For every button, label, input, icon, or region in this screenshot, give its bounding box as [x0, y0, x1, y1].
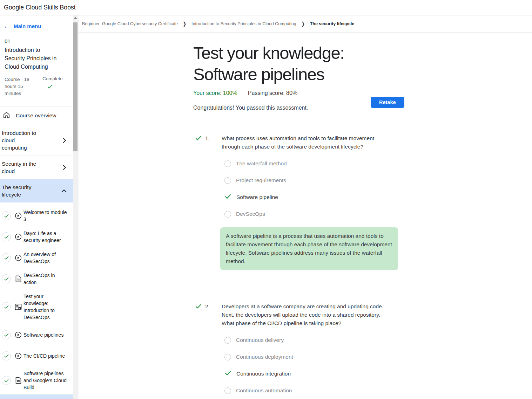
- answer-option[interactable]: Continuous integration: [193, 370, 404, 377]
- module-label: The security lifecycle: [2, 184, 41, 198]
- course-meta: Course · 18 hours 15 minutes: [5, 76, 37, 97]
- option-label: Continuous deployment: [236, 354, 293, 360]
- sidebar-lesson[interactable]: An overview of DevSecOps: [0, 247, 73, 268]
- doc-icon: [15, 377, 22, 384]
- radio-button[interactable]: [224, 177, 231, 184]
- course-overview-link[interactable]: Course overview: [0, 106, 73, 125]
- course-title: Introduction to Security Principles in C…: [5, 46, 59, 71]
- passing-score: Passing score: 80%: [248, 90, 297, 96]
- answer-option[interactable]: The waterfall method: [193, 160, 404, 167]
- quiz-icon: [15, 303, 22, 310]
- video-icon: [15, 331, 22, 338]
- module-list: Introduction to cloud computingSecurity …: [0, 125, 73, 202]
- lesson-complete-check-icon: [2, 232, 11, 241]
- sidebar: ← Main menu 01 Introduction to Security …: [0, 15, 73, 399]
- sidebar-lesson[interactable]: Test your knowledge: Software pipelines: [0, 394, 73, 399]
- main-area: Beginner: Google Cloud Cybersecurity Cer…: [79, 15, 532, 399]
- breadcrumb-item[interactable]: Introduction to Security Principles in C…: [191, 21, 296, 26]
- lesson-complete-check-icon: [2, 211, 11, 220]
- lesson-label: Dayo: Life as a security engineer: [23, 230, 67, 244]
- app-header: Google Cloud Skills Boost: [0, 0, 532, 15]
- question-block: 1.What process uses automation and tools…: [193, 134, 404, 270]
- module-label: Introduction to cloud computing: [2, 129, 41, 151]
- question-number: 1.: [205, 134, 222, 143]
- question-text: Developers at a software company are cre…: [222, 302, 389, 328]
- answer-explanation: A software pipeline is a process that us…: [220, 227, 398, 270]
- option-list: Continuous deliveryContinuous deployment…: [193, 337, 404, 394]
- radio-button[interactable]: [224, 211, 231, 218]
- scrollbar-thumb[interactable]: [73, 22, 78, 151]
- selected-check-icon: [224, 370, 231, 378]
- option-label: Continuous delivery: [236, 337, 284, 343]
- sidebar-lesson[interactable]: Software pipelines and Google’s Cloud Bu…: [0, 366, 73, 394]
- option-label: The waterfall method: [236, 160, 287, 167]
- chevron-right-icon: [62, 165, 67, 170]
- question-number: 2.: [205, 302, 222, 311]
- answer-option[interactable]: Continuous deployment: [193, 353, 404, 360]
- question-header: 2.Developers at a software company are c…: [193, 302, 404, 328]
- brand-title: Google Cloud Skills Boost: [4, 4, 76, 11]
- option-label: Continuous automation: [236, 387, 292, 394]
- option-label: Software pipeline: [236, 194, 278, 200]
- home-icon: [3, 112, 10, 119]
- video-icon: [15, 352, 22, 359]
- answer-option[interactable]: Project requirements: [193, 177, 404, 184]
- sidebar-scrollbar[interactable]: [73, 15, 78, 399]
- lesson-label: An overview of DevSecOps: [23, 251, 67, 265]
- breadcrumb-item[interactable]: Beginner: Google Cloud Cybersecurity Cer…: [82, 21, 178, 26]
- sidebar-module-introduction-to-cloud-computing[interactable]: Introduction to cloud computing: [0, 125, 73, 156]
- lesson-complete-check-icon: [2, 376, 11, 385]
- lesson-label: The CI/CD pipeline: [23, 352, 67, 359]
- question-list: 1.What process uses automation and tools…: [193, 134, 404, 399]
- answer-option[interactable]: Software pipeline: [193, 194, 404, 201]
- your-score: Your score: 100%: [193, 90, 237, 96]
- retake-button[interactable]: Retake: [371, 97, 404, 108]
- sidebar-module-the-security-lifecycle[interactable]: The security lifecycle: [0, 179, 73, 202]
- option-label: Continuous integration: [236, 371, 291, 377]
- question-correct-check-icon: [195, 303, 202, 311]
- scrollbar-up-arrow[interactable]: [74, 17, 77, 19]
- course-number: 01: [5, 38, 73, 44]
- radio-button[interactable]: [224, 160, 231, 167]
- sidebar-lesson[interactable]: DevSecOps in action: [0, 268, 73, 289]
- sidebar-lesson[interactable]: Dayo: Life as a security engineer: [0, 226, 73, 247]
- option-label: Project requirements: [236, 177, 286, 184]
- page-title: Test your knowledge: Software pipelines: [193, 42, 390, 85]
- course-status: Complete: [42, 76, 63, 97]
- option-label: DevSecOps: [236, 211, 265, 217]
- video-icon: [15, 254, 22, 261]
- answer-option[interactable]: Continuous delivery: [193, 337, 404, 344]
- radio-button[interactable]: [224, 337, 231, 344]
- quiz-content: Test your knowledge: Software pipelines …: [193, 42, 404, 399]
- lesson-list: Welcome to module 3Dayo: Life as a secur…: [0, 202, 73, 399]
- sidebar-lesson[interactable]: Test your knowledge: Introduction to Dev…: [0, 289, 73, 324]
- sidebar-lesson[interactable]: Software pipelines: [0, 324, 73, 345]
- back-arrow-icon: ←: [4, 23, 10, 29]
- question-header: 1.What process uses automation and tools…: [193, 134, 404, 151]
- chevron-up-icon: [61, 189, 67, 193]
- complete-check-icon: [47, 84, 63, 90]
- radio-button[interactable]: [224, 387, 231, 394]
- doc-icon: [15, 275, 22, 282]
- option-list: The waterfall methodProject requirements…: [193, 160, 404, 218]
- main-menu-back-link[interactable]: ← Main menu: [0, 15, 73, 29]
- radio-button[interactable]: [224, 354, 231, 360]
- answer-option[interactable]: Continuous automation: [193, 387, 404, 394]
- answer-option[interactable]: DevSecOps: [193, 211, 404, 218]
- lesson-complete-check-icon: [2, 302, 11, 311]
- breadcrumb-item: The security lifecycle: [310, 21, 354, 26]
- lesson-complete-check-icon: [2, 274, 11, 283]
- score-row: Your score: 100% Passing score: 80%: [193, 90, 404, 96]
- chevron-right-icon: ❯: [183, 21, 186, 27]
- question-text: What process uses automation and tools t…: [222, 134, 389, 151]
- breadcrumb: Beginner: Google Cloud Cybersecurity Cer…: [79, 15, 532, 33]
- lesson-complete-check-icon: [2, 253, 11, 262]
- question-correct-check-icon: [195, 135, 202, 143]
- sidebar-module-security-in-the-cloud[interactable]: Security in the cloud: [0, 156, 73, 179]
- video-icon: [15, 233, 22, 240]
- sidebar-lesson[interactable]: Welcome to module 3: [0, 205, 73, 226]
- lesson-label: Software pipelines: [23, 331, 67, 338]
- lesson-label: Software pipelines and Google’s Cloud Bu…: [23, 370, 67, 391]
- sidebar-lesson[interactable]: The CI/CD pipeline: [0, 345, 73, 366]
- page: Google Cloud Skills Boost ← Main menu 01…: [0, 0, 532, 399]
